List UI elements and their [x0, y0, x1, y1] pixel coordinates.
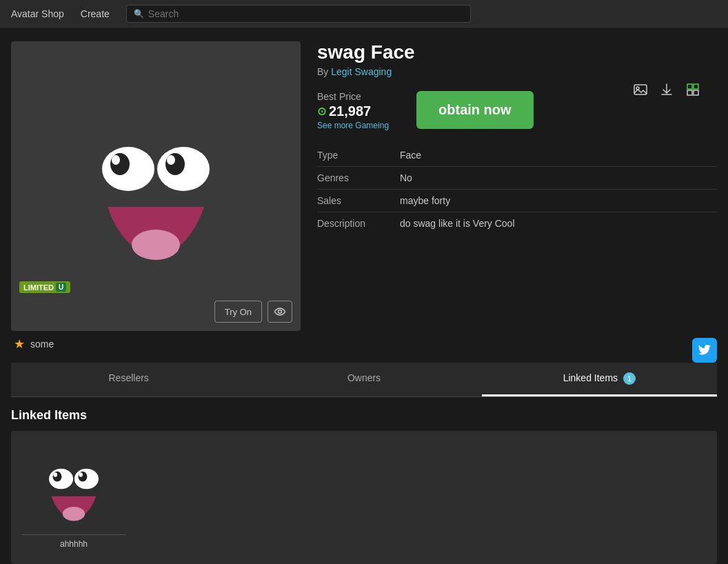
header-icons: [630, 79, 703, 103]
linked-item-name: ahhhhh: [22, 534, 125, 553]
limited-u-badge: U: [56, 283, 66, 292]
tab-owners[interactable]: Owners: [246, 363, 481, 396]
svg-point-21: [63, 507, 85, 521]
item-title: swag Face: [317, 41, 415, 63]
linked-item-svg: [32, 445, 115, 528]
see-more-link[interactable]: See more Gameing: [317, 121, 389, 130]
tab-resellers[interactable]: Resellers: [11, 363, 246, 396]
star-icon: ★: [14, 336, 25, 352]
search-input[interactable]: [148, 8, 463, 19]
svg-point-13: [132, 230, 180, 260]
nav-avatar-shop[interactable]: Avatar Shop: [11, 8, 64, 19]
svg-point-14: [279, 310, 282, 314]
item-title-creator: swag Face By Legit Swaging: [317, 41, 415, 91]
type-value: Face: [400, 150, 421, 161]
price-value: ⊙ 21,987: [317, 103, 389, 119]
item-image-box: LIMITED U Try On: [11, 41, 301, 331]
svg-point-9: [112, 155, 120, 165]
tab-linked-items[interactable]: Linked Items 1: [482, 363, 717, 396]
eye-button[interactable]: [267, 301, 292, 323]
item-layout: LIMITED U Try On: [11, 41, 717, 352]
description-value: do swag like it is Very Cool: [400, 218, 515, 229]
details-table: Type Face Genres No Sales maybe forty De…: [317, 144, 717, 234]
svg-rect-0: [634, 85, 647, 94]
rating-row: ★ some: [11, 336, 301, 352]
main-content: LIMITED U Try On: [0, 28, 728, 564]
linked-items-section-title: Linked Items: [11, 397, 717, 431]
svg-rect-5: [687, 90, 692, 95]
creator-link[interactable]: Legit Swaging: [331, 66, 392, 77]
type-row: Type Face: [317, 144, 717, 167]
description-label: Description: [317, 218, 400, 229]
item-face-svg: [66, 97, 245, 276]
tabs-container: Resellers Owners Linked Items 1: [11, 363, 717, 397]
sales-row: Sales maybe forty: [317, 190, 717, 212]
item-image-section: LIMITED U Try On: [11, 41, 301, 352]
description-row: Description do swag like it is Very Cool: [317, 212, 717, 234]
twitter-container: [692, 338, 717, 363]
svg-point-17: [53, 472, 57, 476]
linked-item-card[interactable]: ahhhhh: [22, 442, 125, 553]
search-icon: 🔍: [134, 9, 144, 19]
item-actions: Try On: [214, 301, 292, 323]
obtain-button[interactable]: obtain now: [416, 91, 534, 129]
sales-label: Sales: [317, 195, 400, 206]
genres-label: Genres: [317, 172, 400, 183]
nav-create[interactable]: Create: [81, 8, 110, 19]
svg-rect-4: [694, 84, 698, 89]
limited-badge: LIMITED U: [19, 281, 70, 293]
svg-rect-6: [694, 90, 698, 95]
svg-rect-3: [687, 84, 692, 89]
limited-text: LIMITED: [23, 283, 54, 292]
price-block: Best Price ⊙ 21,987 See more Gameing: [317, 91, 389, 130]
twitter-button[interactable]: [692, 338, 717, 363]
top-nav: Avatar Shop Create 🔍: [0, 0, 728, 28]
price-number: 21,987: [329, 103, 371, 119]
download-icon-button[interactable]: [656, 79, 677, 103]
item-section: LIMITED U Try On: [11, 41, 717, 564]
creator-prefix: By: [317, 66, 328, 77]
svg-point-20: [79, 472, 83, 476]
linked-item-image: [29, 442, 119, 532]
rating-text: some: [30, 339, 54, 350]
search-bar: 🔍: [126, 5, 471, 23]
svg-point-12: [167, 155, 175, 165]
linked-badge: 1: [623, 372, 636, 385]
item-creator: By Legit Swaging: [317, 66, 415, 77]
try-on-button[interactable]: Try On: [214, 301, 262, 323]
price-label: Best Price: [317, 91, 389, 102]
linked-items-grid: ahhhhh: [11, 431, 717, 564]
robux-icon: ⊙: [317, 105, 326, 118]
type-label: Type: [317, 150, 400, 161]
genres-value: No: [400, 172, 412, 183]
sales-value: maybe forty: [400, 195, 450, 206]
genres-row: Genres No: [317, 167, 717, 190]
grid-icon-button[interactable]: [682, 79, 703, 103]
image-icon-button[interactable]: [630, 79, 651, 103]
